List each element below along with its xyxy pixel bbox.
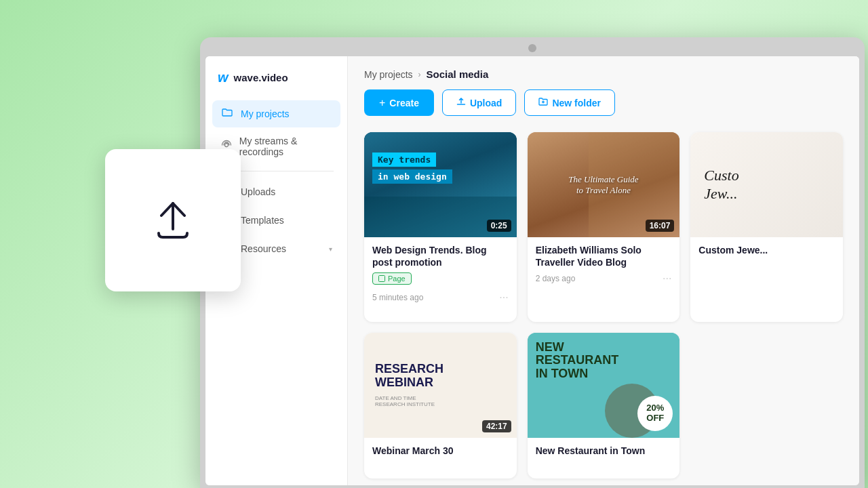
card-restaurant[interactable]: NEWRESTAURANTIN TOWN 20%OFF New Restaura… (528, 333, 680, 479)
card-info-5: New Restaurant in Town (528, 438, 680, 468)
restaurant-text: NEWRESTAURANTIN TOWN (536, 341, 619, 381)
upload-btn-icon (456, 97, 466, 108)
card-web-design[interactable]: Key trends in web design 0:25 Web Design… (364, 132, 517, 322)
card-info-2: Elizabeth Williams Solo Traveller Video … (528, 237, 680, 291)
new-folder-icon (538, 97, 548, 108)
card-footer-1: 5 minutes ago ··· (372, 291, 509, 304)
card-duration-1: 0:25 (487, 220, 511, 232)
card-info-4: Webinar March 30 (364, 438, 517, 468)
card-duration-4: 42:17 (482, 420, 511, 432)
upload-overlay-card (105, 149, 241, 291)
logo-text: wave.video (234, 72, 288, 83)
card-travel[interactable]: The Ultimate Guide to Travel Alone 16:07… (528, 132, 680, 322)
card-thumb-webinar: RESEARCHWEBINAR DATE AND TIMERESEARCH IN… (364, 333, 517, 438)
laptop-frame: w wave.video My projects (200, 37, 865, 488)
web-design-text: Key trends in web design (372, 152, 509, 184)
card-thumb-web-design: Key trends in web design 0:25 (364, 132, 517, 237)
webinar-sub: DATE AND TIMERESEARCH INSTITUTE (375, 395, 435, 407)
logo-w-icon: w (218, 70, 229, 85)
plus-icon: + (379, 97, 385, 109)
new-folder-label: New folder (552, 98, 601, 108)
card-title-2: Elizabeth Williams Solo Traveller Video … (536, 244, 672, 268)
card-duration-2: 16:07 (646, 220, 675, 232)
card-thumb-travel: The Ultimate Guide to Travel Alone 16:07 (528, 132, 680, 237)
travel-text: The Ultimate Guide to Travel Alone (568, 174, 638, 196)
folder-icon (220, 107, 234, 121)
card-time-2: 2 days ago (536, 274, 576, 283)
sidebar-item-label-uploads: Uploads (241, 186, 275, 197)
card-menu-2[interactable]: ··· (663, 272, 671, 285)
card-footer-2: 2 days ago ··· (536, 272, 672, 285)
card-webinar[interactable]: RESEARCHWEBINAR DATE AND TIMERESEARCH IN… (364, 333, 517, 479)
breadcrumb-current: Social media (427, 68, 489, 80)
web-design-line2: in web design (372, 169, 452, 184)
laptop-screen: w wave.video My projects (205, 56, 859, 485)
new-folder-button[interactable]: New folder (524, 89, 615, 116)
card-info-1: Web Design Trends. Blog post promotion P… (364, 237, 517, 310)
laptop-camera (528, 44, 536, 52)
web-design-line1: Key trends (372, 152, 436, 167)
card-title-4: Webinar March 30 (372, 445, 509, 457)
travel-line2: to Travel Alone (568, 185, 638, 196)
create-button[interactable]: + Create (364, 89, 434, 116)
breadcrumb-chevron-icon: › (418, 70, 421, 79)
card-badge-1: Page (372, 272, 412, 285)
sidebar-item-label-resources: Resources (241, 243, 286, 254)
card-menu-1[interactable]: ··· (499, 291, 508, 304)
sidebar-item-label-streams: My streams & recordings (239, 136, 332, 157)
travel-line1: The Ultimate Guide (568, 174, 638, 185)
card-title-5: New Restaurant in Town (536, 445, 672, 457)
restaurant-discount: 20%OFF (637, 396, 673, 431)
content-header: My projects › Social media + Create (348, 56, 859, 125)
card-info-3: Custom Jewe... (690, 237, 843, 267)
card-jewelry[interactable]: CustoJew... Custom Jewe... (690, 132, 843, 322)
card-time-1: 5 minutes ago (372, 293, 423, 302)
breadcrumb-parent[interactable]: My projects (364, 69, 413, 80)
upload-icon (146, 193, 200, 247)
card-thumb-restaurant: NEWRESTAURANTIN TOWN 20%OFF (528, 333, 680, 438)
main-content: My projects › Social media + Create (348, 56, 859, 485)
svg-point-1 (224, 144, 228, 147)
create-label: Create (389, 98, 419, 108)
breadcrumb: My projects › Social media (364, 68, 843, 80)
logo: w wave.video (205, 56, 347, 98)
sidebar-item-my-projects[interactable]: My projects (212, 100, 340, 127)
cards-grid: Key trends in web design 0:25 Web Design… (348, 125, 859, 485)
card-title-3: Custom Jewe... (698, 244, 835, 256)
restaurant-new: NEWRESTAURANTIN TOWN (536, 341, 619, 381)
upload-button[interactable]: Upload (442, 89, 516, 116)
badge-label-1: Page (388, 274, 406, 283)
chevron-down-icon: ▾ (329, 245, 332, 253)
sidebar-item-label-templates: Templates (241, 215, 284, 226)
webinar-title: RESEARCHWEBINAR (375, 363, 443, 390)
card-title-1: Web Design Trends. Blog post promotion (372, 244, 509, 268)
upload-label: Upload (470, 98, 502, 108)
card-thumb-jewelry: CustoJew... (690, 132, 843, 237)
jewelry-text: CustoJew... (704, 167, 738, 203)
svg-rect-11 (379, 276, 385, 282)
sidebar-item-label-my-projects: My projects (241, 108, 290, 119)
toolbar: + Create Upload (364, 89, 843, 116)
